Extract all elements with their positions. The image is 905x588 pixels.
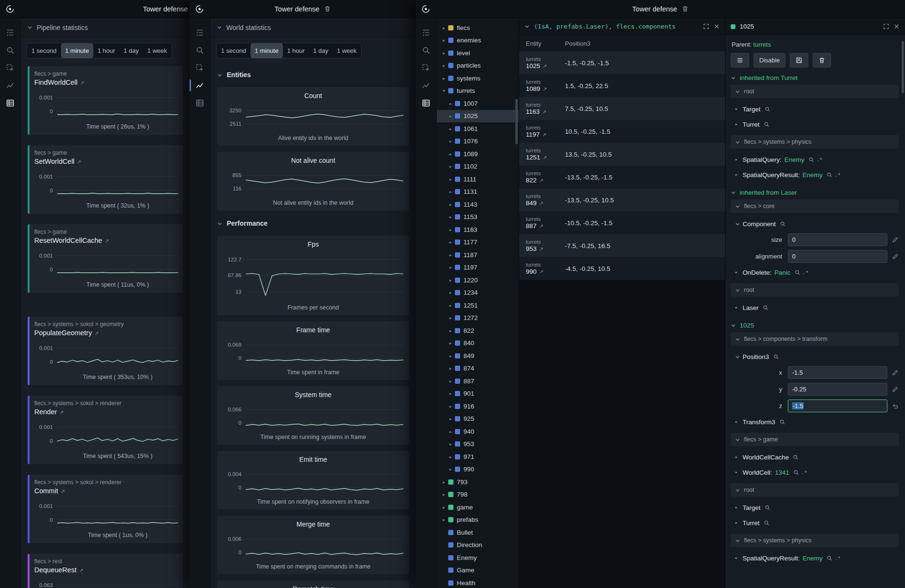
time-range-1-minute[interactable]: 1 minute — [61, 43, 93, 58]
chevron-right-icon[interactable]: ▸ — [447, 441, 454, 447]
query-magnifier-icon[interactable] — [773, 354, 779, 360]
tree-item-793[interactable]: ▸793 — [437, 476, 519, 488]
column-header-position3[interactable]: Position3 — [565, 40, 590, 47]
time-range-1-minute[interactable]: 1 minute — [251, 43, 283, 58]
query-result-row[interactable]: turrets849↗-13.5, -0.25, 10.5 — [519, 189, 725, 211]
tree-item-particles[interactable]: ▸particles — [437, 60, 519, 72]
component-path[interactable]: root — [731, 483, 899, 497]
system-name[interactable]: ResetWorldCellCache — [34, 237, 102, 244]
chevron-down-icon[interactable]: ▾ — [441, 88, 447, 93]
chevron-right-icon[interactable]: ▸ — [441, 517, 447, 522]
tree-item-1111[interactable]: ▸1111 — [437, 173, 519, 186]
chevron-right-icon[interactable]: ▸ — [447, 391, 454, 396]
query-magnifier-icon[interactable] — [793, 469, 799, 476]
parent-link[interactable]: turrets — [754, 41, 771, 48]
chevron-right-icon[interactable]: ▸ — [441, 38, 447, 43]
query-magnifier-icon[interactable] — [763, 305, 769, 311]
chevron-right-icon[interactable]: ▸ — [447, 227, 454, 232]
close-icon[interactable] — [894, 23, 900, 30]
query-magnifier-icon[interactable] — [794, 269, 801, 276]
open-link-icon[interactable]: ↗ — [77, 159, 81, 165]
tree-item-1220[interactable]: ▸1220 — [437, 274, 519, 287]
entity-id[interactable]: 1089 — [526, 85, 540, 92]
chevron-right-icon[interactable]: ▸ — [447, 366, 454, 371]
chevron-right-icon[interactable]: ▸ — [447, 290, 454, 295]
column-header-entity[interactable]: Entity — [519, 40, 565, 47]
tree-view-button[interactable] — [731, 53, 749, 68]
toolbar-tree-icon[interactable] — [190, 24, 210, 41]
query-result-row[interactable]: turrets822↗-13.5, -0.25, -1.5 — [519, 166, 725, 189]
open-link-icon[interactable]: ↗ — [539, 178, 543, 183]
toolbar-chart-icon[interactable] — [416, 77, 436, 94]
tree-item-1272[interactable]: ▸1272 — [437, 312, 519, 325]
query-magnifier-icon[interactable] — [808, 157, 814, 163]
chevron-right-icon[interactable]: ▸ — [447, 303, 454, 308]
chevron-right-icon[interactable]: ▸ — [447, 467, 454, 472]
query-magnifier-icon[interactable] — [764, 520, 770, 526]
tree-item-798[interactable]: ▸798 — [437, 488, 519, 501]
open-link-icon[interactable]: ↗ — [539, 269, 543, 275]
chevron-right-icon[interactable]: ▸ — [447, 164, 454, 169]
query-result-row[interactable]: turrets1163↗7.5, -0.25, 10.5 — [519, 97, 725, 120]
query-magnifier-icon[interactable] — [764, 505, 771, 511]
close-icon[interactable] — [714, 23, 720, 30]
panel-header[interactable]: World statistics — [211, 18, 416, 37]
component-path[interactable]: flecs > game — [731, 433, 899, 446]
chevron-right-icon[interactable]: ▸ — [447, 404, 454, 409]
tree-item-1153[interactable]: ▸1153 — [437, 211, 519, 224]
query-expression[interactable]: (IsA, prefabs.Laser), flecs.components — [534, 23, 699, 30]
tree-item-916[interactable]: ▸916 — [437, 400, 519, 413]
tree-item-849[interactable]: ▸849 — [437, 349, 519, 362]
tree-item-systems[interactable]: ▸systems — [437, 72, 519, 85]
component-value[interactable]: Enemy — [803, 171, 823, 179]
query-magnifier-icon[interactable] — [793, 454, 799, 460]
tree-item-1061[interactable]: ▸1061 — [437, 122, 519, 135]
chevron-right-icon[interactable]: ▸ — [447, 151, 454, 157]
component-path[interactable]: flecs > core — [731, 199, 899, 213]
tree-item-822[interactable]: ▸822 — [437, 324, 519, 337]
inspector-group-1025[interactable]: 1025 — [731, 322, 899, 329]
tree-scrollbar[interactable] — [515, 99, 518, 144]
tree-item-1234[interactable]: ▸1234 — [437, 287, 519, 299]
flecs-logo-icon[interactable] — [5, 4, 15, 14]
entity-id[interactable]: 1251 — [526, 154, 540, 161]
tree-item-Direction[interactable]: Direction — [437, 539, 519, 552]
system-name[interactable]: SetWorldCell — [34, 158, 74, 165]
tree-item-turrets[interactable]: ▾turrets — [437, 85, 519, 98]
query-result-row[interactable]: turrets887↗-10.5, -0.25, -1.5 — [519, 211, 725, 234]
chevron-right-icon[interactable]: ▸ — [447, 454, 454, 459]
open-link-icon[interactable]: ↗ — [542, 109, 546, 115]
delete-button[interactable] — [813, 53, 831, 68]
tree-item-840[interactable]: ▸840 — [437, 337, 519, 350]
trash-icon[interactable] — [324, 5, 331, 12]
open-link-icon[interactable]: ↗ — [60, 488, 65, 494]
chevron-right-icon[interactable]: ▸ — [447, 340, 454, 346]
chevron-right-icon[interactable]: ▸ — [447, 214, 454, 219]
chevron-right-icon[interactable]: ▸ — [447, 328, 454, 333]
query-magnifier-icon[interactable] — [826, 172, 833, 178]
disable-button[interactable]: Disable — [754, 53, 785, 68]
tree-item-1102[interactable]: ▸1102 — [437, 160, 519, 173]
query-magnifier-icon[interactable] — [764, 106, 771, 112]
toolbar-chart-icon[interactable] — [0, 77, 20, 94]
chevron-right-icon[interactable]: ▸ — [441, 25, 447, 30]
chevron-right-icon[interactable]: ▸ — [447, 139, 454, 144]
toolbar-select-icon[interactable] — [0, 59, 20, 77]
tree-item-1131[interactable]: ▸1131 — [437, 186, 519, 199]
entity-id[interactable]: 1163 — [526, 108, 540, 115]
time-range-1-second[interactable]: 1 second — [217, 43, 251, 58]
query-result-row[interactable]: turrets953↗-7.5, -0.25, 16.5 — [519, 234, 725, 257]
query-result-row[interactable]: turrets1197↗10.5, -0.25, -1.5 — [519, 120, 725, 143]
chevron-right-icon[interactable]: ▸ — [447, 189, 454, 194]
entity-id[interactable]: 1025 — [526, 62, 540, 70]
chevron-right-icon[interactable]: ▸ — [447, 252, 454, 258]
edit-pencil-icon[interactable] — [892, 253, 899, 260]
query-magnifier-icon[interactable] — [779, 419, 785, 425]
time-range-1-day[interactable]: 1 day — [309, 43, 333, 58]
chevron-down-icon[interactable] — [735, 221, 743, 227]
tree-item-Bullet[interactable]: Bullet — [437, 526, 519, 539]
inspector-group-inherited-from-Laser[interactable]: inherited from Laser — [731, 189, 899, 196]
entity-id[interactable]: 887 — [526, 222, 537, 229]
component-value[interactable]: Enemy — [803, 555, 823, 562]
tree-item-Enemy[interactable]: Enemy — [437, 551, 519, 564]
